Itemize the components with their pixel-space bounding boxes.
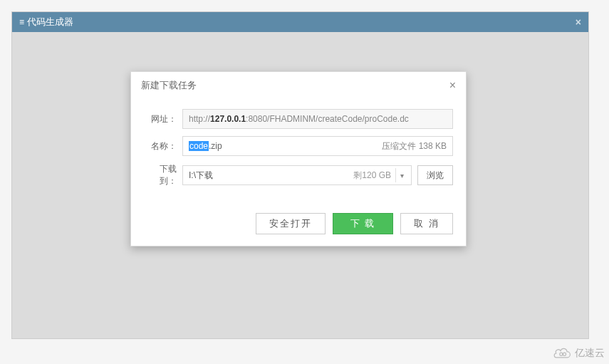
row-name: 名称： code.zip 压缩文件 138 KB (144, 136, 453, 156)
path-field[interactable]: I:\下载 剩120 GB ▾ (182, 165, 412, 185)
free-space: 剩120 GB (353, 170, 391, 182)
path-free: 剩120 GB ▾ (353, 168, 408, 182)
download-dialog: 新建下载任务 × 网址： http://127.0.0.1:8080/FHADM… (130, 71, 467, 246)
url-prefix: http:// (189, 114, 210, 124)
dialog-header: 新建下载任务 × (131, 72, 466, 98)
url-host: 127.0.0.1 (210, 114, 246, 124)
watermark-cloud-icon (552, 347, 572, 360)
name-value: code.zip (189, 141, 222, 151)
outer-close-button[interactable]: × (576, 16, 581, 28)
outer-title: ≡ 代码生成器 (19, 16, 73, 28)
file-type-size: 压缩文件 138 KB (382, 140, 447, 152)
url-field[interactable]: http://127.0.0.1:8080/FHADMINM/createCod… (182, 109, 453, 129)
path-value: I:\下载 (189, 170, 213, 182)
label-path: 下载到： (144, 163, 182, 187)
watermark: 亿速云 (552, 347, 605, 360)
safe-open-button[interactable]: 安全打开 (256, 213, 326, 234)
file-type: 压缩文件 (382, 141, 416, 151)
name-field[interactable]: code.zip 压缩文件 138 KB (182, 136, 453, 156)
url-rest: :8080/FHADMINM/createCode/proCode.dc (246, 114, 409, 124)
browse-button[interactable]: 浏览 (417, 165, 453, 185)
svg-point-0 (560, 353, 563, 355)
svg-point-1 (563, 353, 566, 355)
label-name: 名称： (144, 140, 182, 152)
dialog-close-button[interactable]: × (449, 79, 456, 92)
file-size: 138 KB (419, 141, 447, 151)
label-url: 网址： (144, 113, 182, 125)
path-dropdown-icon[interactable]: ▾ (395, 168, 408, 182)
name-ext: .zip (209, 141, 222, 151)
download-button[interactable]: 下 载 (333, 213, 394, 234)
dialog-title: 新建下载任务 (141, 79, 197, 92)
dialog-footer: 安全打开 下 载 取 消 (131, 204, 466, 246)
dialog-body: 网址： http://127.0.0.1:8080/FHADMINM/creat… (131, 98, 466, 204)
cancel-button[interactable]: 取 消 (400, 213, 453, 234)
outer-titlebar: ≡ 代码生成器 × (12, 12, 588, 32)
outer-title-text: 代码生成器 (27, 16, 73, 28)
row-path: 下载到： I:\下载 剩120 GB ▾ 浏览 (144, 163, 453, 187)
name-selected: code (189, 141, 209, 151)
outer-title-icon: ≡ (19, 17, 24, 27)
watermark-text: 亿速云 (575, 347, 605, 360)
row-url: 网址： http://127.0.0.1:8080/FHADMINM/creat… (144, 109, 453, 129)
